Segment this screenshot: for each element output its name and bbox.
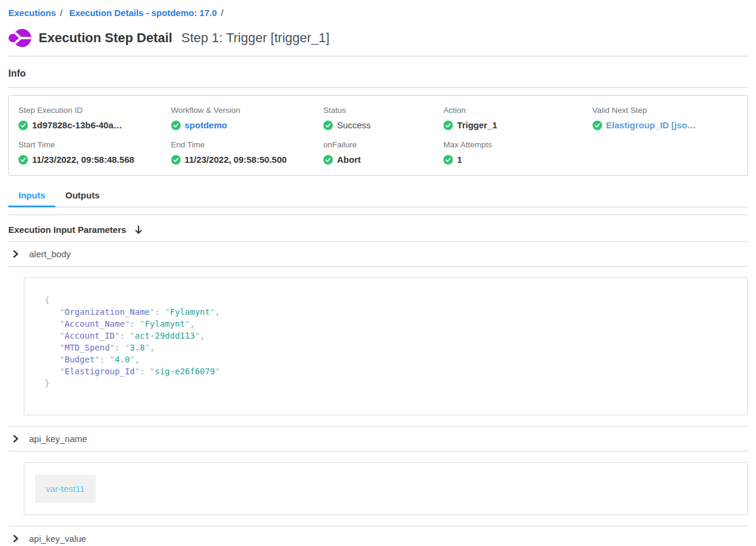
- param-row-api_key_name[interactable]: api_key_name: [8, 427, 748, 452]
- breadcrumb-link[interactable]: Execution Details - spotdemo: 17.0: [69, 8, 216, 18]
- info-field-label: Action: [443, 105, 592, 116]
- page: Executions/ Execution Details - spotdemo…: [0, 0, 756, 546]
- info-field-value: Abort: [323, 154, 443, 166]
- page-title: Execution Step Detail: [39, 30, 172, 46]
- tab-inputs[interactable]: Inputs: [8, 185, 55, 207]
- breadcrumb-link[interactable]: Executions: [8, 8, 56, 18]
- tab-label: Inputs: [18, 190, 45, 200]
- divider: [8, 56, 748, 56]
- chevron-right-icon: [12, 250, 20, 258]
- breadcrumb-separator: /: [60, 8, 62, 18]
- success-check-icon: [443, 121, 453, 130]
- success-check-icon: [171, 155, 181, 165]
- info-field-value: Success: [323, 119, 443, 131]
- params-list: alert_body { "Organization_Name": "Fylam…: [8, 242, 748, 546]
- info-field: Valid Next Step Elastigroup_ID [jso…: [593, 105, 738, 131]
- success-check-icon: [18, 121, 28, 130]
- param-value-chip: var-test11: [35, 475, 96, 503]
- info-field-value-text[interactable]: Elastigroup_ID [jso…: [606, 119, 697, 131]
- params-header: Execution Input Parameters: [8, 225, 748, 242]
- info-field-value: 1d97828c-13b6-40a…: [18, 119, 171, 131]
- success-check-icon: [323, 155, 333, 165]
- params-header-label: Execution Input Parameters: [8, 225, 126, 235]
- success-check-icon: [443, 155, 453, 165]
- info-field-value-text: 1: [457, 154, 462, 166]
- info-field-value: spotdemo: [171, 119, 324, 131]
- success-check-icon: [171, 121, 181, 130]
- breadcrumb-item: Executions/: [8, 8, 67, 18]
- info-field-value: 11/23/2022, 09:58:48.568: [18, 154, 171, 166]
- info-field: Max Attempts 1: [443, 140, 592, 166]
- info-field-value: Elastigroup_ID [jso…: [593, 119, 738, 131]
- info-field-value-text: 11/23/2022, 09:58:48.568: [32, 154, 134, 166]
- param-value-container: var-test11: [24, 462, 748, 515]
- chevron-right-icon: [12, 435, 20, 443]
- info-field: Start Time 11/23/2022, 09:58:48.568: [18, 140, 171, 166]
- info-field: Workflow & Version spotdemo: [171, 105, 324, 131]
- success-check-icon: [18, 155, 28, 165]
- info-field-label: onFailure: [323, 140, 443, 150]
- tab-outputs[interactable]: Outputs: [55, 185, 110, 207]
- info-field-value-text: Trigger_1: [457, 119, 497, 131]
- chevron-right-icon: [12, 535, 20, 542]
- tab-label: Outputs: [65, 190, 100, 200]
- info-field-label: End Time: [171, 140, 324, 150]
- breadcrumb-item: Execution Details - spotdemo: 17.0/: [69, 8, 228, 18]
- divider: [8, 87, 748, 88]
- info-field-label: Valid Next Step: [593, 105, 738, 116]
- success-check-icon: [323, 121, 333, 130]
- param-name: api_key_name: [29, 434, 87, 444]
- info-field-label: Max Attempts: [443, 140, 592, 150]
- info-field-label: Start Time: [18, 140, 171, 150]
- info-field: Action Trigger_1: [443, 105, 592, 131]
- param-row-alert_body[interactable]: alert_body: [8, 242, 748, 267]
- json-code: { "Organization_Name": "Fylamynt", "Acco…: [45, 294, 727, 389]
- info-field: Status Success: [323, 105, 443, 131]
- success-check-icon: [593, 121, 602, 130]
- param-name: alert_body: [29, 249, 71, 259]
- info-field-value: 11/23/2022, 09:58:50.500: [171, 154, 324, 166]
- page-subtitle: Step 1: Trigger [trigger_1]: [181, 30, 329, 46]
- info-field-value: 1: [443, 154, 592, 166]
- info-field-value-text: 1d97828c-13b6-40a…: [32, 119, 122, 131]
- tab-bar: Inputs Outputs: [8, 185, 748, 207]
- info-field-value-text[interactable]: spotdemo: [185, 119, 228, 131]
- breadcrumb-separator: /: [221, 8, 223, 18]
- info-field: onFailure Abort: [323, 140, 443, 166]
- page-header: Execution Step Detail Step 1: Trigger [t…: [8, 27, 748, 49]
- param-name: api_key_value: [29, 534, 86, 544]
- info-field-label: Step Execution ID: [18, 105, 171, 116]
- info-field: Step Execution ID 1d97828c-13b6-40a…: [18, 105, 171, 131]
- collapse-arrow-down-icon[interactable]: [134, 225, 143, 235]
- divider: [8, 214, 748, 215]
- info-field-value-text: 11/23/2022, 09:58:50.500: [185, 154, 287, 166]
- info-field-value-text: Success: [337, 119, 371, 131]
- info-field-value: Trigger_1: [443, 119, 592, 131]
- fylamynt-logo-icon: [8, 29, 32, 48]
- param-json-viewer: { "Organization_Name": "Fylamynt", "Acco…: [24, 277, 748, 415]
- info-field-label: Status: [323, 105, 443, 116]
- info-field-label: Workflow & Version: [171, 105, 324, 116]
- breadcrumb: Executions/ Execution Details - spotdemo…: [8, 0, 748, 19]
- info-card: Step Execution ID 1d97828c-13b6-40a… Wor…: [8, 95, 748, 176]
- info-field: End Time 11/23/2022, 09:58:50.500: [171, 140, 324, 166]
- info-section-heading: Info: [8, 67, 748, 80]
- info-field-value-text: Abort: [337, 154, 361, 166]
- param-row-api_key_value[interactable]: api_key_value: [8, 526, 748, 546]
